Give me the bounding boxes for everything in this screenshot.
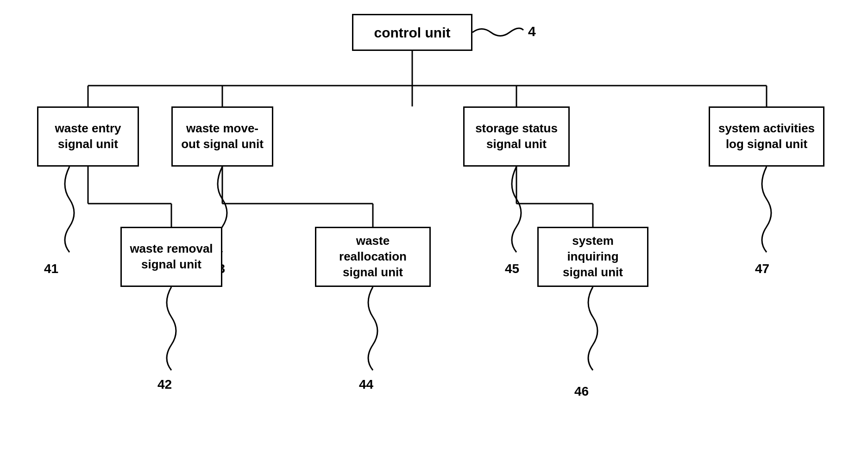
waste-reallocation-box: waste reallocationsignal unit xyxy=(315,227,431,287)
system-activities-box: system activitieslog signal unit xyxy=(709,106,824,167)
control-unit-box: control unit xyxy=(352,14,472,51)
storage-status-box: storage statussignal unit xyxy=(463,106,570,167)
svg-text:45: 45 xyxy=(505,261,519,276)
svg-text:4: 4 xyxy=(528,24,536,39)
control-unit-label: control unit xyxy=(374,24,451,42)
waste-removal-label: waste removalsignal unit xyxy=(130,241,213,273)
svg-text:42: 42 xyxy=(157,377,172,392)
waste-moveout-label: waste move-out signal unit xyxy=(181,121,264,152)
waste-moveout-box: waste move-out signal unit xyxy=(171,106,273,167)
storage-status-label: storage statussignal unit xyxy=(475,121,558,152)
diagram-container: 4 41 43 45 47 xyxy=(0,0,868,460)
waste-entry-label: waste entrysignal unit xyxy=(55,121,121,152)
waste-reallocation-label: waste reallocationsignal unit xyxy=(323,233,423,280)
svg-text:47: 47 xyxy=(755,261,769,276)
waste-removal-box: waste removalsignal unit xyxy=(120,227,222,287)
system-inquiring-label: system inquiringsignal unit xyxy=(545,233,641,280)
svg-text:41: 41 xyxy=(44,261,58,276)
system-activities-label: system activitieslog signal unit xyxy=(718,121,815,152)
system-inquiring-box: system inquiringsignal unit xyxy=(537,227,648,287)
waste-entry-box: waste entrysignal unit xyxy=(37,106,139,167)
svg-text:46: 46 xyxy=(574,384,589,398)
svg-text:44: 44 xyxy=(359,377,374,392)
